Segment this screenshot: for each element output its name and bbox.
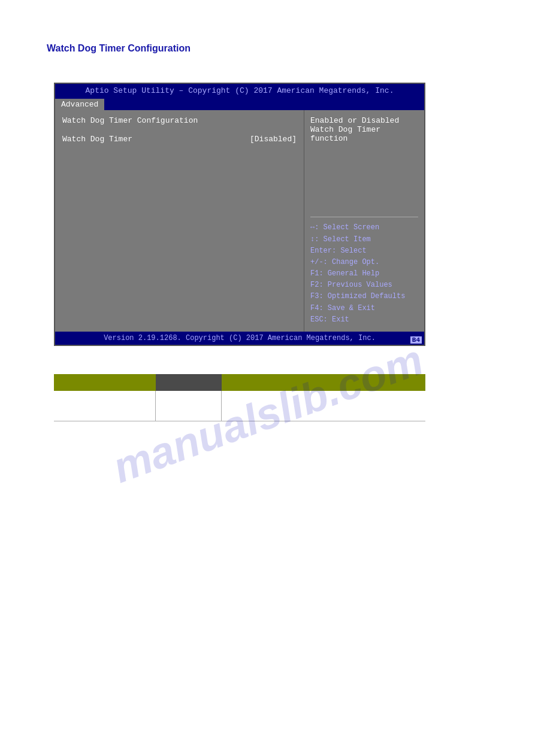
bios-item-value: [Disabled] [250,135,297,144]
bios-left-panel: Watch Dog Timer Configuration Watch Dog … [55,110,304,332]
bottom-table-body [54,391,425,421]
bottom-col3-header [222,374,425,391]
shortcut-f3: F3: Optimized Defaults [310,291,418,302]
bios-section-title: Watch Dog Timer Configuration [62,116,297,125]
shortcut-select-item: ↕: Select Item [310,234,418,245]
bios-footer: Version 2.19.1268. Copyright (C) 2017 Am… [55,332,424,345]
shortcut-select-screen: ↔: Select Screen [310,222,418,233]
bios-right-panel: Enabled or Disabled Watch Dog Timer func… [304,110,424,332]
shortcut-f2: F2: Previous Values [310,280,418,291]
bios-tab-bar: Advanced [55,98,424,110]
bios-badge: B4 [410,336,422,344]
bios-help-line1: Enabled or Disabled [310,116,418,125]
bios-shortcuts: ↔: Select Screen ↕: Select Item Enter: S… [310,222,418,326]
page-title: Watch Dog Timer Configuration [47,43,191,54]
bios-divider [310,217,418,217]
bios-help-text: Enabled or Disabled Watch Dog Timer func… [310,116,418,212]
shortcut-f1: F1: General Help [310,268,418,280]
shortcut-f4: F4: Save & Exit [310,303,418,314]
bottom-table-header [54,374,425,391]
bios-item-watchdog[interactable]: Watch Dog Timer [Disabled] [62,135,297,144]
tab-advanced[interactable]: Advanced [55,99,104,110]
bios-footer-text: Version 2.19.1268. Copyright (C) 2017 Am… [104,334,376,342]
shortcut-change-opt: +/-: Change Opt. [310,257,418,268]
bios-screen: Aptio Setup Utility – Copyright (C) 2017… [54,83,425,346]
shortcut-enter: Enter: Select [310,245,418,257]
bios-item-label: Watch Dog Timer [62,135,250,144]
bottom-col2-header [156,374,222,391]
bottom-col1-header [54,374,156,391]
shortcut-esc: ESC: Exit [310,314,418,326]
bottom-col2-body [156,391,222,421]
bios-help-line2: Watch Dog Timer function [310,125,418,143]
bottom-table [54,374,425,421]
bios-content-area: Watch Dog Timer Configuration Watch Dog … [55,110,424,332]
bottom-col3-body [222,391,425,421]
bottom-col1-body [54,391,156,421]
bios-header: Aptio Setup Utility – Copyright (C) 2017… [55,84,424,98]
